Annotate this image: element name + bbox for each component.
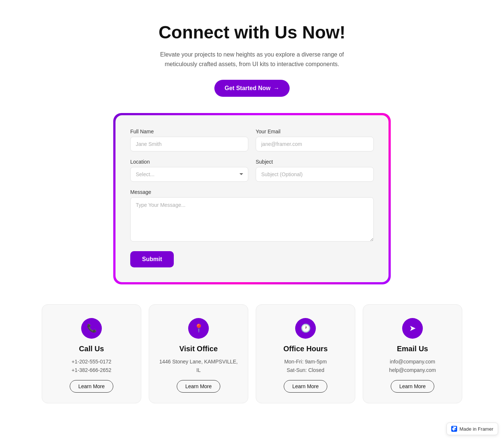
office-info: 1446 Stoney Lane, KAMPSVILLE, IL (159, 358, 238, 374)
email-label: Your Email (256, 129, 374, 134)
call-card: 📞 Call Us +1-202-555-0172 +1-382-666-265… (42, 304, 141, 403)
email-info: info@company.com help@company.com (389, 358, 436, 374)
office-title: Visit Office (179, 345, 218, 353)
call-phone-1: +1-202-555-0172 (72, 358, 111, 366)
send-icon: ➤ (409, 324, 416, 332)
message-label: Message (130, 189, 374, 195)
hero-title: Connect with Us Now! (7, 22, 497, 42)
hero-subtitle: Elevate your projects to new heights as … (156, 50, 348, 69)
full-name-label: Full Name (130, 129, 248, 134)
phone-icon: 📞 (87, 324, 97, 332)
email-card: ➤ Email Us info@company.com help@company… (363, 304, 462, 403)
hours-learn-more-button[interactable]: Learn More (284, 380, 327, 393)
call-info: +1-202-555-0172 +1-382-666-2652 (72, 358, 111, 374)
cta-arrow-icon: → (273, 85, 279, 92)
subject-label: Subject (256, 159, 374, 165)
office-address-2: IL (159, 366, 238, 374)
submit-label: Submit (142, 256, 162, 262)
message-textarea[interactable] (130, 197, 374, 242)
call-phone-2: +1-382-666-2652 (72, 366, 111, 374)
hero-section: Connect with Us Now! Elevate your projec… (7, 22, 497, 97)
info-cards-grid: 📞 Call Us +1-202-555-0172 +1-382-666-265… (42, 304, 462, 403)
call-learn-more-button[interactable]: Learn More (70, 380, 113, 393)
office-learn-more-button[interactable]: Learn More (177, 380, 220, 393)
contact-form-container: Full Name Your Email Location Select... … (115, 115, 389, 282)
form-row-2: Location Select... New York Los Angeles … (130, 159, 374, 182)
hours-icon-wrap: 🕐 (295, 318, 316, 339)
email-learn-more-button[interactable]: Learn More (391, 380, 434, 393)
hours-info: Mon-Fri: 9am-5pm Sat-Sun: Closed (284, 358, 327, 374)
hours-weekday: Mon-Fri: 9am-5pm (284, 358, 327, 366)
message-group: Message (130, 189, 374, 242)
location-group: Location Select... New York Los Angeles … (130, 159, 248, 182)
full-name-group: Full Name (130, 129, 248, 151)
framer-badge-label: Made in Framer (459, 426, 493, 432)
subject-group: Subject (256, 159, 374, 182)
hours-card: 🕐 Office Hours Mon-Fri: 9am-5pm Sat-Sun:… (256, 304, 355, 403)
cta-label: Get Started Now (225, 85, 270, 92)
email-address-1: info@company.com (389, 358, 436, 366)
email-input[interactable] (256, 137, 374, 151)
call-icon-wrap: 📞 (81, 318, 102, 339)
get-started-button[interactable]: Get Started Now → (214, 80, 290, 97)
location-label: Location (130, 159, 248, 165)
subject-input[interactable] (256, 167, 374, 182)
email-title: Email Us (397, 345, 428, 353)
framer-badge: Made in Framer (446, 423, 498, 435)
email-icon-wrap: ➤ (402, 318, 423, 339)
full-name-input[interactable] (130, 137, 248, 151)
form-card: Full Name Your Email Location Select... … (115, 115, 389, 282)
hours-weekend: Sat-Sun: Closed (284, 366, 327, 374)
clock-icon: 🕐 (301, 324, 311, 332)
form-row-1: Full Name Your Email (130, 129, 374, 151)
office-address-1: 1446 Stoney Lane, KAMPSVILLE, (159, 358, 238, 366)
call-title: Call Us (79, 345, 104, 353)
framer-logo-icon (451, 426, 457, 432)
office-icon-wrap: 📍 (188, 318, 209, 339)
office-card: 📍 Visit Office 1446 Stoney Lane, KAMPSVI… (149, 304, 248, 403)
email-address-2: help@company.com (389, 366, 436, 374)
location-icon: 📍 (194, 324, 204, 332)
location-select[interactable]: Select... New York Los Angeles Chicago H… (130, 167, 248, 182)
hours-title: Office Hours (283, 345, 328, 353)
submit-button[interactable]: Submit (130, 251, 174, 267)
email-group: Your Email (256, 129, 374, 151)
